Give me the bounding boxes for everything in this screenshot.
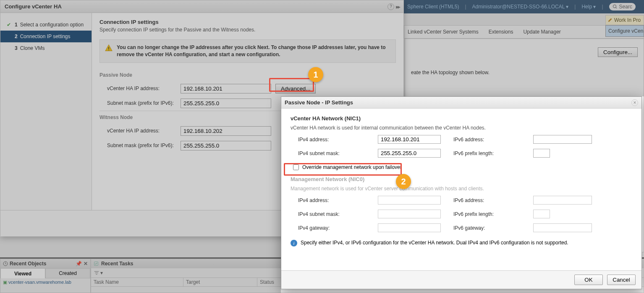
close-button[interactable]: × xyxy=(631,99,638,106)
nic0-ipv4addr-input xyxy=(378,196,441,205)
passive-node-header: Passive Node xyxy=(99,69,396,81)
step-number: 1 xyxy=(15,22,18,28)
nic1-ipv4mask-input[interactable] xyxy=(378,149,441,158)
warning-text: You can no longer change the IP addresse… xyxy=(117,44,390,58)
recent-objects-panel: Recent Objects 📌 ✕ Viewed Created ▣ vcen… xyxy=(0,259,91,293)
svg-rect-2 xyxy=(108,47,109,49)
tab-linked-vcenter[interactable]: Linked vCenter Server Systems xyxy=(408,29,479,35)
nic1-ipv4addr-label: IPv4 address: xyxy=(298,137,365,143)
col-target[interactable]: Target xyxy=(183,278,257,286)
global-search[interactable]: Searc xyxy=(609,3,636,10)
nic0-ipv6addr-label: IPv6 address: xyxy=(453,197,521,203)
configure-vcenter-ha-tab[interactable]: Configure vCen xyxy=(605,25,644,37)
nic0-ipv6prefix-label: IPv6 prefix length: xyxy=(453,211,521,217)
witness-subnet-input[interactable] xyxy=(181,141,271,150)
dialog-footer: OK Cancel xyxy=(281,270,641,289)
nic0-ipv4gw-label: IPv4 gateway: xyxy=(298,225,365,231)
witness-haip-label: vCenter HA IP address: xyxy=(107,128,176,134)
svg-line-1 xyxy=(615,8,617,9)
step-3: 3 Clone VMs xyxy=(0,42,92,54)
pencil-icon xyxy=(607,18,613,23)
nic1-ipv6addr-label: IPv6 address: xyxy=(453,137,521,143)
nic0-header: Management Network (NIC0) xyxy=(291,176,632,182)
override-label[interactable]: Override management network upon failove… xyxy=(293,164,632,170)
dialog-title-text: Passive Node - IP Settings xyxy=(285,99,353,106)
override-text: Override management network upon failove… xyxy=(302,164,402,170)
search-icon xyxy=(613,4,618,9)
override-row: Override management network upon failove… xyxy=(293,164,632,170)
recent-objects-title: Recent Objects xyxy=(10,261,46,267)
nic1-ipv6prefix-input[interactable] xyxy=(533,149,550,158)
tasks-filter-menu[interactable]: ▾ xyxy=(94,270,103,276)
nic1-ipv6addr-input[interactable] xyxy=(533,135,592,144)
step-number: 3 xyxy=(15,45,18,51)
wizard-title-text: Configure vCenter HA xyxy=(5,3,62,10)
expand-icon[interactable]: ▸▸ xyxy=(396,3,399,10)
configure-button[interactable]: Configure... xyxy=(598,47,638,57)
work-in-progress-panel[interactable]: Work In Pro xyxy=(605,15,644,25)
witness-subnet-label: Subnet mask (prefix for IPv6): xyxy=(107,143,176,148)
info-icon: i xyxy=(291,240,297,246)
passive-haip-input[interactable] xyxy=(181,84,271,93)
close-icon[interactable]: ✕ xyxy=(84,261,88,267)
ok-button[interactable]: OK xyxy=(574,275,603,285)
info-text: Specify either IPv4, or IPv6 configurati… xyxy=(301,240,568,246)
override-checkbox[interactable] xyxy=(293,164,299,170)
step-number: 2 xyxy=(15,34,18,39)
nic0-ipv6gw-label: IPv6 gateway: xyxy=(453,225,521,231)
svg-rect-8 xyxy=(96,274,97,275)
witness-haip-input[interactable] xyxy=(181,126,271,136)
dialog-body: vCenter HA Network (NIC1) vCenter HA net… xyxy=(281,109,641,253)
step-label: Connection IP settings xyxy=(20,34,71,39)
passive-subnet-input[interactable] xyxy=(181,99,271,108)
nic0-ipv4addr-label: IPv4 address: xyxy=(298,197,365,203)
chevron-down-icon: ▾ xyxy=(100,270,103,276)
content-heading: Connection IP settings xyxy=(99,19,396,25)
tab-extensions[interactable]: Extensions xyxy=(489,29,513,35)
annotation-badge-1: 1 xyxy=(308,67,323,82)
help-menu[interactable]: Help xyxy=(581,4,596,10)
tab-update-manager[interactable]: Update Manager xyxy=(523,29,560,35)
nic0-ipv4gw-input xyxy=(378,223,441,232)
nic0-ipv4mask-label: IPv4 subnet mask: xyxy=(298,211,365,217)
check-icon xyxy=(5,33,12,40)
nic0-desc: Management network is used for vCenter s… xyxy=(291,186,632,192)
col-task-name[interactable]: Task Name xyxy=(91,278,183,286)
cancel-button[interactable]: Cancel xyxy=(607,275,636,285)
tasks-icon xyxy=(94,261,99,266)
global-top-bar: Sphere Client (HTML5) | Administrator@NE… xyxy=(404,0,644,13)
tab-created[interactable]: Created xyxy=(45,268,90,278)
separator: | xyxy=(574,4,576,10)
nic0-ipv4mask-input xyxy=(378,210,441,218)
passive-haip-label: vCenter HA IP address: xyxy=(107,86,176,91)
svg-rect-7 xyxy=(95,272,98,273)
wizard-titlebar: Configure vCenter HA ? ▸▸ xyxy=(0,0,403,13)
work-in-label: Work In Pro xyxy=(614,17,641,23)
passive-node-ip-settings-dialog: Passive Node - IP Settings × vCenter HA … xyxy=(281,96,642,289)
nic1-ipv4mask-label: IPv4 subnet mask: xyxy=(298,150,365,156)
filter-icon xyxy=(94,270,99,276)
step-1[interactable]: ✔ 1 Select a configuration option xyxy=(0,19,92,31)
nic0-ipv6addr-input xyxy=(533,196,592,205)
check-icon: ✔ xyxy=(5,21,12,28)
tab-viewed[interactable]: Viewed xyxy=(0,268,45,278)
passive-advanced-button[interactable]: Advanced... xyxy=(275,84,316,93)
bg-topology-msg: eate the HA topology shown below. xyxy=(411,57,638,75)
annotation-badge-2: 2 xyxy=(396,174,411,189)
html5-client-link[interactable]: Sphere Client (HTML5) xyxy=(407,4,459,10)
separator: | xyxy=(465,4,466,10)
clock-icon xyxy=(3,261,8,266)
help-icon[interactable]: ? xyxy=(387,3,394,10)
step-2[interactable]: 2 Connection IP settings xyxy=(0,31,92,42)
info-row: i Specify either IPv4, or IPv6 configura… xyxy=(291,240,632,246)
step-label: Clone VMs xyxy=(20,45,45,51)
warning-icon xyxy=(105,44,113,52)
nic1-header: vCenter HA Network (NIC1) xyxy=(291,115,632,122)
recent-object-item[interactable]: ▣ vcenter-vsan.vmwarehome.lab xyxy=(0,278,90,286)
wizard-steps: ✔ 1 Select a configuration option 2 Conn… xyxy=(0,13,92,210)
user-menu[interactable]: Administrator@NESTED-SSO-66.LOCAL xyxy=(472,4,569,10)
nic1-ipv6prefix-label: IPv6 prefix length: xyxy=(453,150,521,156)
pin-icon[interactable]: 📌 xyxy=(76,261,82,267)
separator: | xyxy=(602,4,603,10)
nic1-ipv4addr-input[interactable] xyxy=(378,135,441,144)
